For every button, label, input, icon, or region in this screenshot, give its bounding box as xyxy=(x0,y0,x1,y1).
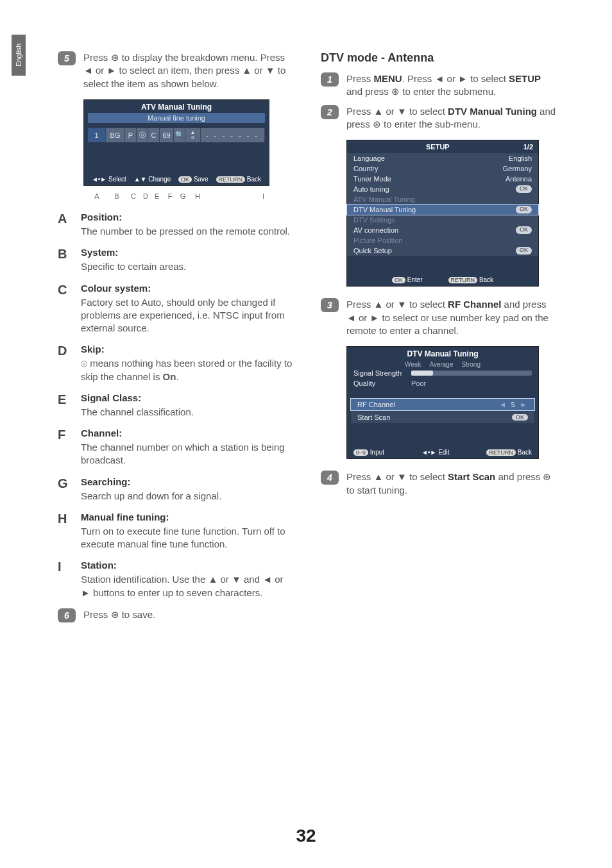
item-B-title: System: xyxy=(81,247,295,258)
atv-cell-search: 🔍 xyxy=(174,128,185,142)
step-6-text: Press ⊛ to save. xyxy=(83,608,295,622)
setup-row-atv: ATV Manual Tuning xyxy=(347,194,538,204)
item-I: I Station: Station identification. Use t… xyxy=(58,560,295,599)
item-H-desc: Turn on to execute fine tune function. T… xyxy=(81,525,295,551)
setup-header: SETUP1/2 xyxy=(347,140,538,153)
setup-row-quick: Quick SetupOK xyxy=(347,246,538,256)
item-G: G Searching: Search up and down for a si… xyxy=(58,476,295,503)
item-A-title: Position: xyxy=(81,212,295,222)
atv-title: ATV Manual Tuning xyxy=(84,100,269,113)
item-A: A Position: The number to be pressed on … xyxy=(58,212,295,238)
setup-row-dtvset: DTV Settings xyxy=(347,215,538,225)
item-D: D Skip: ⦾ means nothing has been stored … xyxy=(58,344,295,383)
item-A-desc: The number to be pressed on the remote c… xyxy=(81,225,295,238)
item-B-desc: Specific to certain areas. xyxy=(81,260,295,273)
right-column: DTV mode - Antenna 1 Press MENU. Press ◄… xyxy=(321,51,558,629)
step-badge-2: 2 xyxy=(321,105,339,119)
setup-row-dtv: DTV Manual TuningOK xyxy=(347,204,538,215)
setup-footer: OK Enter RETURN Back xyxy=(347,274,538,286)
atv-foot-change: ▲▼ Change xyxy=(134,176,171,183)
setup-row-country: CountryGermany xyxy=(347,163,538,174)
item-F: F Channel: The channel number on which a… xyxy=(58,428,295,467)
step-6: 6 Press ⊛ to save. xyxy=(58,608,295,622)
atv-cell-class: C xyxy=(148,128,160,142)
step-1-text: Press MENU. Press ◄ or ► to select SETUP… xyxy=(346,72,558,99)
dtv-title: DTV Manual Tuning xyxy=(347,347,538,361)
item-C-title: Colour system: xyxy=(81,283,295,294)
setup-row-tuner: Tuner ModeAntenna xyxy=(347,174,538,184)
item-E: E Signal Class: The channel classificati… xyxy=(58,392,295,419)
atv-subtitle: Manual fine tuning xyxy=(88,113,265,123)
step-4: 4 Press ▲ or ▼ to select Start Scan and … xyxy=(321,471,558,497)
atv-column-letters: A B C D E F G H I xyxy=(87,192,273,200)
step-badge-4: 4 xyxy=(321,471,339,485)
step-badge-3: 3 xyxy=(321,298,339,312)
setup-row-language: LanguageEnglish xyxy=(347,153,538,163)
dtv-start-scan: Start Scan OK xyxy=(351,412,534,423)
atv-cell-channel: 69 xyxy=(160,128,174,142)
item-E-title: Signal Class: xyxy=(81,392,295,403)
step-3-text: Press ▲ or ▼ to select RF Channel and pr… xyxy=(346,298,558,337)
item-H: H Manual fine tuning: Turn on to execute… xyxy=(58,512,295,551)
dtv-quality: Quality Poor xyxy=(347,378,538,388)
step-5-text: Press ⊛ to display the breakdown menu. P… xyxy=(83,51,295,90)
step-5: 5 Press ⊛ to display the breakdown menu.… xyxy=(58,51,295,90)
item-C-desc: Factory set to Auto, should only be chan… xyxy=(81,296,295,335)
atv-cell-station: - - - - - - - xyxy=(201,128,265,142)
page-number: 32 xyxy=(0,826,612,846)
language-tab: English xyxy=(12,35,26,76)
step-badge-5: 5 xyxy=(58,51,76,65)
page-content: 5 Press ⊛ to display the breakdown menu.… xyxy=(58,51,571,629)
item-E-desc: The channel classification. xyxy=(81,406,295,419)
item-I-desc: Station identification. Use the ▲ or ▼ a… xyxy=(81,573,295,599)
dtv-strength-labels: WeakAverageStrong xyxy=(347,361,538,368)
dtv-footer: 0–9 Input ◄•► Edit RETURN Back xyxy=(347,446,538,458)
setup-panel: SETUP1/2 LanguageEnglish CountryGermany … xyxy=(346,140,539,287)
step-badge-1: 1 xyxy=(321,72,339,87)
atv-cell-system: BG xyxy=(106,128,125,142)
setup-row-picture: Picture Position xyxy=(347,235,538,246)
dtv-mode-heading: DTV mode - Antenna xyxy=(321,51,558,65)
atv-spacer xyxy=(84,147,269,173)
atv-strip: 1 BG P ⦾ C 69 🔍 ▲0 - - - - - - - xyxy=(88,128,265,142)
item-D-desc: ⦾ means nothing has been stored or the f… xyxy=(81,357,295,383)
setup-row-av: AV connectionOK xyxy=(347,225,538,235)
atv-cell-fine: ▲0 xyxy=(185,128,201,142)
item-G-title: Searching: xyxy=(81,476,295,487)
step-4-text: Press ▲ or ▼ to select Start Scan and pr… xyxy=(346,471,558,497)
step-badge-6: 6 xyxy=(58,608,76,622)
step-1: 1 Press MENU. Press ◄ or ► to select SET… xyxy=(321,72,558,99)
left-column: 5 Press ⊛ to display the breakdown menu.… xyxy=(58,51,295,629)
item-I-title: Station: xyxy=(81,560,295,571)
step-3: 3 Press ▲ or ▼ to select RF Channel and … xyxy=(321,298,558,337)
item-F-desc: The channel number on which a station is… xyxy=(81,441,295,467)
item-F-title: Channel: xyxy=(81,428,295,438)
atv-cell-position: 1 xyxy=(88,128,106,142)
item-B: B System: Specific to certain areas. xyxy=(58,247,295,273)
step-2-text: Press ▲ or ▼ to select DTV Manual Tuning… xyxy=(346,105,558,131)
item-D-title: Skip: xyxy=(81,344,295,355)
setup-row-auto: Auto tuningOK xyxy=(347,184,538,194)
atv-cell-colour: P xyxy=(125,128,137,142)
atv-cell-skip: ⦾ xyxy=(137,128,148,142)
atv-foot-back: RETURN Back xyxy=(216,176,262,183)
step-2: 2 Press ▲ or ▼ to select DTV Manual Tuni… xyxy=(321,105,558,131)
dtv-signal-strength: Signal Strength xyxy=(347,368,538,378)
item-G-desc: Search up and down for a signal. xyxy=(81,490,295,503)
atv-foot-save: OK Save xyxy=(178,176,208,183)
atv-manual-tuning-panel: ATV Manual Tuning Manual fine tuning 1 B… xyxy=(83,99,269,186)
item-H-title: Manual fine tuning: xyxy=(81,512,295,522)
atv-footer: ◄•► Select ▲▼ Change OK Save RETURN Back xyxy=(84,173,269,185)
dtv-rf-channel: RF Channel ◄ 5 ► xyxy=(351,399,534,410)
atv-foot-select: ◄•► Select xyxy=(92,176,126,183)
dtv-manual-panel: DTV Manual Tuning WeakAverageStrong Sign… xyxy=(346,346,539,459)
item-C: C Colour system: Factory set to Auto, sh… xyxy=(58,283,295,335)
